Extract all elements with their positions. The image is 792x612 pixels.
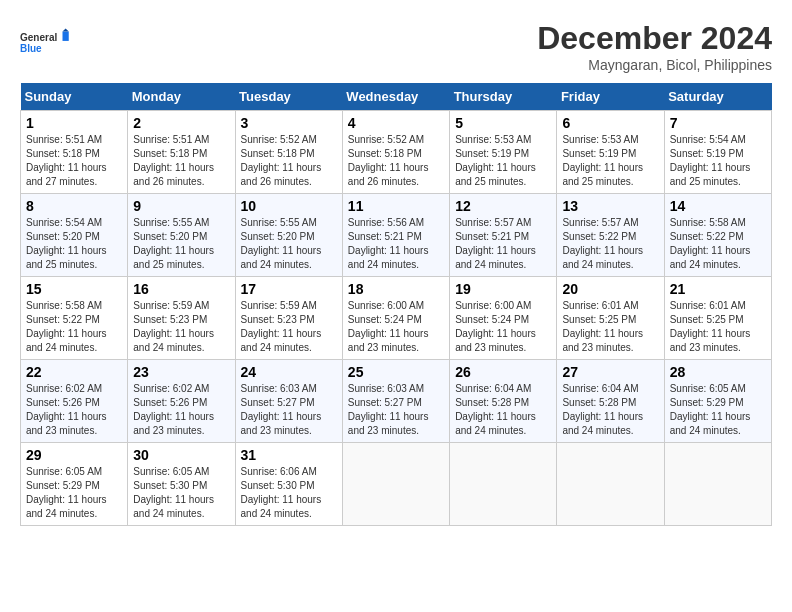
day-info: Sunrise: 5:55 AM Sunset: 5:20 PM Dayligh… — [241, 216, 337, 272]
day-cell: 1Sunrise: 5:51 AM Sunset: 5:18 PM Daylig… — [21, 111, 128, 194]
day-cell: 13Sunrise: 5:57 AM Sunset: 5:22 PM Dayli… — [557, 194, 664, 277]
day-cell: 6Sunrise: 5:53 AM Sunset: 5:19 PM Daylig… — [557, 111, 664, 194]
day-cell: 26Sunrise: 6:04 AM Sunset: 5:28 PM Dayli… — [450, 360, 557, 443]
day-number: 28 — [670, 364, 766, 380]
day-info: Sunrise: 6:00 AM Sunset: 5:24 PM Dayligh… — [455, 299, 551, 355]
day-cell: 15Sunrise: 5:58 AM Sunset: 5:22 PM Dayli… — [21, 277, 128, 360]
day-info: Sunrise: 6:00 AM Sunset: 5:24 PM Dayligh… — [348, 299, 444, 355]
col-header-wednesday: Wednesday — [342, 83, 449, 111]
svg-text:General: General — [20, 32, 57, 43]
day-number: 29 — [26, 447, 122, 463]
day-info: Sunrise: 6:01 AM Sunset: 5:25 PM Dayligh… — [562, 299, 658, 355]
day-cell: 19Sunrise: 6:00 AM Sunset: 5:24 PM Dayli… — [450, 277, 557, 360]
day-number: 15 — [26, 281, 122, 297]
day-cell: 20Sunrise: 6:01 AM Sunset: 5:25 PM Dayli… — [557, 277, 664, 360]
day-info: Sunrise: 5:51 AM Sunset: 5:18 PM Dayligh… — [26, 133, 122, 189]
day-number: 26 — [455, 364, 551, 380]
day-cell: 29Sunrise: 6:05 AM Sunset: 5:29 PM Dayli… — [21, 443, 128, 526]
day-number: 21 — [670, 281, 766, 297]
day-info: Sunrise: 5:52 AM Sunset: 5:18 PM Dayligh… — [348, 133, 444, 189]
day-info: Sunrise: 5:59 AM Sunset: 5:23 PM Dayligh… — [241, 299, 337, 355]
day-info: Sunrise: 5:53 AM Sunset: 5:19 PM Dayligh… — [562, 133, 658, 189]
day-cell: 18Sunrise: 6:00 AM Sunset: 5:24 PM Dayli… — [342, 277, 449, 360]
subtitle: Mayngaran, Bicol, Philippines — [537, 57, 772, 73]
logo: General Blue — [20, 20, 70, 65]
day-info: Sunrise: 6:04 AM Sunset: 5:28 PM Dayligh… — [455, 382, 551, 438]
day-cell: 30Sunrise: 6:05 AM Sunset: 5:30 PM Dayli… — [128, 443, 235, 526]
day-cell: 5Sunrise: 5:53 AM Sunset: 5:19 PM Daylig… — [450, 111, 557, 194]
day-cell — [342, 443, 449, 526]
day-cell — [664, 443, 771, 526]
day-info: Sunrise: 6:04 AM Sunset: 5:28 PM Dayligh… — [562, 382, 658, 438]
col-header-saturday: Saturday — [664, 83, 771, 111]
day-number: 19 — [455, 281, 551, 297]
day-info: Sunrise: 6:05 AM Sunset: 5:29 PM Dayligh… — [670, 382, 766, 438]
day-cell: 21Sunrise: 6:01 AM Sunset: 5:25 PM Dayli… — [664, 277, 771, 360]
col-header-thursday: Thursday — [450, 83, 557, 111]
day-info: Sunrise: 5:51 AM Sunset: 5:18 PM Dayligh… — [133, 133, 229, 189]
day-info: Sunrise: 6:02 AM Sunset: 5:26 PM Dayligh… — [133, 382, 229, 438]
day-info: Sunrise: 6:03 AM Sunset: 5:27 PM Dayligh… — [348, 382, 444, 438]
day-info: Sunrise: 6:06 AM Sunset: 5:30 PM Dayligh… — [241, 465, 337, 521]
day-number: 24 — [241, 364, 337, 380]
day-number: 22 — [26, 364, 122, 380]
day-number: 2 — [133, 115, 229, 131]
week-row: 1Sunrise: 5:51 AM Sunset: 5:18 PM Daylig… — [21, 111, 772, 194]
day-cell: 12Sunrise: 5:57 AM Sunset: 5:21 PM Dayli… — [450, 194, 557, 277]
day-cell: 17Sunrise: 5:59 AM Sunset: 5:23 PM Dayli… — [235, 277, 342, 360]
main-title: December 2024 — [537, 20, 772, 57]
day-cell: 7Sunrise: 5:54 AM Sunset: 5:19 PM Daylig… — [664, 111, 771, 194]
day-cell: 11Sunrise: 5:56 AM Sunset: 5:21 PM Dayli… — [342, 194, 449, 277]
day-number: 20 — [562, 281, 658, 297]
day-info: Sunrise: 5:58 AM Sunset: 5:22 PM Dayligh… — [26, 299, 122, 355]
day-number: 5 — [455, 115, 551, 131]
svg-marker-2 — [63, 32, 69, 41]
day-info: Sunrise: 5:54 AM Sunset: 5:20 PM Dayligh… — [26, 216, 122, 272]
col-header-sunday: Sunday — [21, 83, 128, 111]
day-cell — [557, 443, 664, 526]
svg-marker-3 — [63, 28, 69, 31]
day-info: Sunrise: 5:53 AM Sunset: 5:19 PM Dayligh… — [455, 133, 551, 189]
day-cell: 27Sunrise: 6:04 AM Sunset: 5:28 PM Dayli… — [557, 360, 664, 443]
week-row: 8Sunrise: 5:54 AM Sunset: 5:20 PM Daylig… — [21, 194, 772, 277]
day-number: 30 — [133, 447, 229, 463]
col-header-monday: Monday — [128, 83, 235, 111]
day-info: Sunrise: 6:05 AM Sunset: 5:29 PM Dayligh… — [26, 465, 122, 521]
day-number: 27 — [562, 364, 658, 380]
day-cell: 23Sunrise: 6:02 AM Sunset: 5:26 PM Dayli… — [128, 360, 235, 443]
day-info: Sunrise: 5:57 AM Sunset: 5:21 PM Dayligh… — [455, 216, 551, 272]
day-cell — [450, 443, 557, 526]
day-cell: 3Sunrise: 5:52 AM Sunset: 5:18 PM Daylig… — [235, 111, 342, 194]
day-info: Sunrise: 6:01 AM Sunset: 5:25 PM Dayligh… — [670, 299, 766, 355]
day-cell: 24Sunrise: 6:03 AM Sunset: 5:27 PM Dayli… — [235, 360, 342, 443]
day-number: 1 — [26, 115, 122, 131]
day-info: Sunrise: 5:56 AM Sunset: 5:21 PM Dayligh… — [348, 216, 444, 272]
week-row: 15Sunrise: 5:58 AM Sunset: 5:22 PM Dayli… — [21, 277, 772, 360]
day-number: 3 — [241, 115, 337, 131]
day-number: 25 — [348, 364, 444, 380]
day-number: 16 — [133, 281, 229, 297]
header: General Blue December 2024 Mayngaran, Bi… — [20, 20, 772, 73]
week-row: 29Sunrise: 6:05 AM Sunset: 5:29 PM Dayli… — [21, 443, 772, 526]
day-cell: 28Sunrise: 6:05 AM Sunset: 5:29 PM Dayli… — [664, 360, 771, 443]
day-number: 31 — [241, 447, 337, 463]
day-cell: 25Sunrise: 6:03 AM Sunset: 5:27 PM Dayli… — [342, 360, 449, 443]
day-info: Sunrise: 5:58 AM Sunset: 5:22 PM Dayligh… — [670, 216, 766, 272]
day-info: Sunrise: 6:02 AM Sunset: 5:26 PM Dayligh… — [26, 382, 122, 438]
calendar-table: SundayMondayTuesdayWednesdayThursdayFrid… — [20, 83, 772, 526]
day-cell: 8Sunrise: 5:54 AM Sunset: 5:20 PM Daylig… — [21, 194, 128, 277]
day-info: Sunrise: 5:54 AM Sunset: 5:19 PM Dayligh… — [670, 133, 766, 189]
day-info: Sunrise: 5:55 AM Sunset: 5:20 PM Dayligh… — [133, 216, 229, 272]
col-header-friday: Friday — [557, 83, 664, 111]
header-row: SundayMondayTuesdayWednesdayThursdayFrid… — [21, 83, 772, 111]
day-info: Sunrise: 5:52 AM Sunset: 5:18 PM Dayligh… — [241, 133, 337, 189]
day-number: 7 — [670, 115, 766, 131]
day-cell: 31Sunrise: 6:06 AM Sunset: 5:30 PM Dayli… — [235, 443, 342, 526]
day-number: 18 — [348, 281, 444, 297]
day-cell: 22Sunrise: 6:02 AM Sunset: 5:26 PM Dayli… — [21, 360, 128, 443]
day-cell: 14Sunrise: 5:58 AM Sunset: 5:22 PM Dayli… — [664, 194, 771, 277]
day-number: 23 — [133, 364, 229, 380]
day-cell: 9Sunrise: 5:55 AM Sunset: 5:20 PM Daylig… — [128, 194, 235, 277]
logo-svg: General Blue — [20, 20, 70, 65]
day-info: Sunrise: 5:59 AM Sunset: 5:23 PM Dayligh… — [133, 299, 229, 355]
